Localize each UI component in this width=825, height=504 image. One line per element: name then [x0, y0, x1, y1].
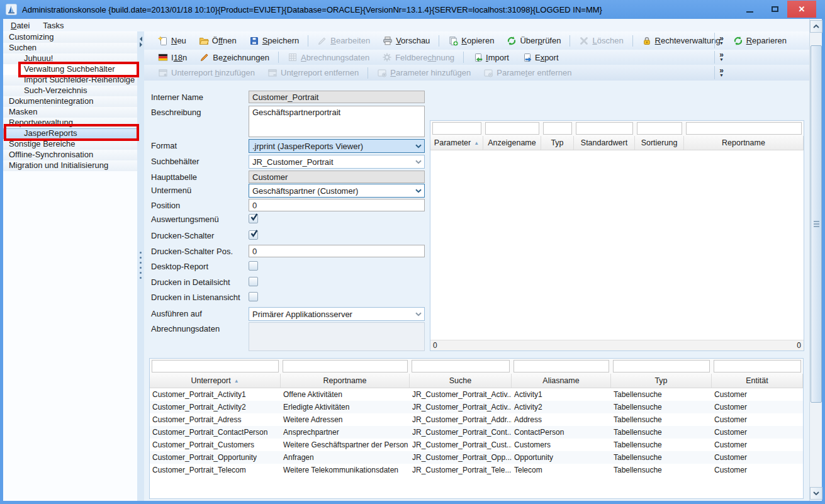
table-row[interactable]: Customer_Portrait_AdressWeitere Adressen… [150, 413, 803, 426]
table-row[interactable]: Customer_Portrait_OpportunityAnfragenJR_… [150, 451, 803, 464]
subreport-remove-icon [267, 68, 278, 78]
table-row[interactable]: Customer_Portrait_Activity2Erledigte Akt… [150, 401, 803, 413]
filter-input-sortierung[interactable] [637, 122, 682, 135]
filter-input-typ[interactable] [543, 122, 572, 135]
toolbar-separator [439, 35, 439, 47]
sidebar-item-jasperreports[interactable]: JasperReports [3, 128, 137, 139]
toolbar-button-rechteverwaltung[interactable]: Rechteverwaltung [636, 33, 727, 48]
filter-input-standardwert[interactable] [576, 122, 633, 135]
collapse-right-icon[interactable] [140, 42, 142, 47]
toolbar-button-vorschau[interactable]: Vorschau [376, 33, 436, 48]
sidebar-splitter[interactable] [137, 31, 144, 501]
table-row[interactable]: Customer_Portrait_ContactPersonAnsprechp… [150, 426, 803, 439]
table-cell: Customer [712, 466, 803, 474]
sidebar-item-suchen[interactable]: Suchen [3, 43, 137, 53]
column-header-unterreport[interactable]: Unterreport▲ [150, 374, 281, 388]
field-position[interactable]: 0 [249, 199, 425, 211]
table-row[interactable]: Customer_Portrait_CustomersWeitere Gesch… [150, 439, 803, 451]
field-drucken-schalter-pos[interactable]: 0 [249, 245, 425, 257]
scrollbar-thumb[interactable] [811, 45, 822, 403]
filter-input-reportname[interactable] [283, 360, 408, 372]
checkbox-desktop-report[interactable] [249, 261, 258, 271]
filter-input-typ[interactable] [613, 360, 710, 372]
toolbar-overflow-button[interactable]: »▼ [714, 66, 724, 79]
subreport-table-filter-row [150, 359, 803, 374]
maximize-button[interactable] [762, 1, 787, 18]
menu-datei[interactable]: Datei [9, 20, 31, 31]
toolbar-button-kopieren[interactable]: Kopieren [442, 33, 500, 48]
sidebar-item-customizing[interactable]: Customizing [3, 32, 137, 43]
sidebar-item-sonstige-bereiche[interactable]: Sonstige Bereiche [3, 139, 137, 150]
column-header-suche[interactable]: Suche [410, 374, 512, 388]
column-header-standardwert[interactable]: Standardwert [574, 136, 635, 150]
chevron-down-icon [415, 160, 422, 164]
table-cell: JR_Customer_Portrait_Cont... [410, 428, 512, 437]
sidebar-item-migration-und-initialisierung[interactable]: Migration und Initialisierung [3, 160, 137, 171]
checkbox-drucken-in-listenansicht[interactable] [249, 292, 258, 301]
combobox-untermenü[interactable]: Geschäftspartner (Customer) [249, 184, 425, 198]
sidebar-item-offline-synchronisation[interactable]: Offline-Synchronisation [3, 150, 137, 160]
toolbar-button-i18n[interactable]: I18n [152, 50, 193, 65]
collapse-left-icon[interactable] [140, 36, 142, 42]
field-label-drucken-in-listenansicht: Drucken in Listenansicht [151, 293, 240, 302]
column-header-sortierung[interactable]: Sortierung [635, 136, 684, 150]
table-cell: Weitere Telekommunikationsdaten [281, 466, 410, 474]
sidebar-item-dokumentenintegration[interactable]: Dokumentenintegration [3, 96, 137, 107]
filter-input-aliasname[interactable] [514, 360, 609, 372]
filter-input-unterreport[interactable] [152, 360, 279, 372]
filter-input-suche[interactable] [412, 360, 510, 372]
checkbox-drucken-in-detailsicht[interactable] [249, 277, 258, 286]
parameter-table-status-bar: 00 [430, 340, 804, 350]
sidebar-item-such-verzeichnis[interactable]: Such-Verzeichnis [3, 86, 137, 96]
toolbar-button-speichern[interactable]: Speichern [243, 33, 306, 48]
toolbar-button-reparieren[interactable]: Reparieren [727, 33, 793, 48]
sidebar-item-verwaltung-suchbehälter[interactable]: Verwaltung Suchbehälter [3, 64, 137, 75]
column-header-entität[interactable]: Entität [712, 374, 803, 388]
toolbar-overflow-button[interactable]: »▼ [714, 51, 724, 64]
sidebar-item-reportverwaltung[interactable]: Reportverwaltung [3, 118, 137, 128]
row-count-right: 0 [797, 341, 801, 350]
toolbar-button-export[interactable]: Export [515, 50, 565, 65]
table-cell: Address [512, 415, 611, 424]
scroll-up-button[interactable] [810, 20, 822, 33]
toolbar-overflow-button[interactable]: »▼ [714, 33, 724, 48]
toolbar-button-neu[interactable]: Neu [152, 33, 193, 48]
toolbar-button-öffnen[interactable]: Öffnen [193, 33, 243, 48]
checkbox-drucken-schalter[interactable] [249, 230, 258, 240]
filter-input-parameter[interactable] [432, 122, 481, 135]
combobox-ausführen-auf[interactable]: Primärer Applikationsserver [249, 307, 425, 321]
sidebar-item-juhuuu[interactable]: Juhuuu! [3, 53, 137, 64]
vertical-scrollbar[interactable] [809, 19, 822, 501]
toolbar-button-unterreport-entfernen: Unterreport entfernen [261, 65, 365, 81]
column-header-typ[interactable]: Typ [611, 374, 712, 388]
field-haupttabelle: Customer [249, 171, 425, 183]
checkbox-auswertungsmenü[interactable] [249, 214, 258, 223]
column-header-anzeigename[interactable]: Anzeigename [483, 136, 541, 150]
table-row[interactable]: Customer_Portrait_Activity1Offene Aktivi… [150, 388, 803, 401]
sort-ascending-icon: ▲ [234, 378, 239, 384]
scroll-down-button[interactable] [810, 487, 822, 500]
parameter-add-icon [377, 68, 387, 78]
field-beschreibung[interactable]: Geschäftspartnerportrait [249, 106, 425, 137]
filter-input-reportname[interactable] [686, 122, 802, 135]
column-header-aliasname[interactable]: Aliasname [512, 374, 611, 388]
filter-input-entität[interactable] [714, 360, 801, 372]
menu-tasks[interactable]: Tasks [41, 20, 65, 31]
toolbar-button-import[interactable]: Import [466, 50, 515, 65]
column-header-reportname[interactable]: Reportname [684, 136, 804, 150]
combobox-format[interactable]: .jrprint (JasperReports Viewer) [249, 139, 425, 153]
close-button[interactable]: ✕ [787, 1, 816, 18]
toolbar-button-überprüfen[interactable]: Überprüfen [500, 33, 567, 48]
table-row[interactable]: Customer_Portrait_TelecomWeitere Telekom… [150, 464, 803, 476]
column-header-typ[interactable]: Typ [541, 136, 574, 150]
toolbar-button-bezeichnungen[interactable]: Bezeichnungen [193, 50, 276, 65]
minimize-button[interactable] [737, 1, 762, 18]
parameter-remove-icon [483, 68, 493, 78]
field-label-drucken-schalter-pos: Drucken-Schalter Pos. [151, 247, 233, 256]
sidebar-item-masken[interactable]: Masken [3, 107, 137, 118]
sidebar-item-import-suchfelder-reihenfolge[interactable]: Import Suchfelder-Reihenfolge [3, 75, 137, 86]
filter-input-anzeigename[interactable] [485, 122, 539, 135]
combobox-suchbehälter[interactable]: JR_Customer_Portrait [249, 155, 425, 169]
column-header-parameter[interactable]: Parameter▲ [430, 136, 483, 150]
column-header-reportname[interactable]: Reportname [281, 374, 410, 388]
